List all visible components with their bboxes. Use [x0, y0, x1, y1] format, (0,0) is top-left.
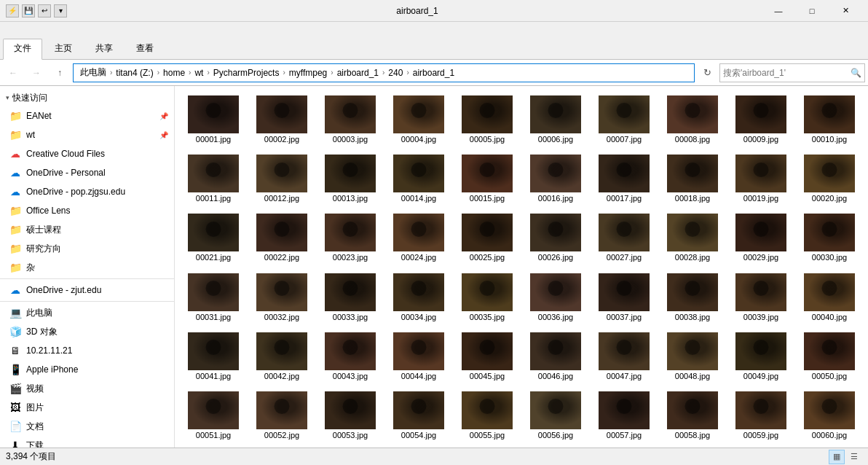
file-item[interactable]: 00026.jpg [523, 210, 588, 266]
file-item[interactable]: 00018.jpg [660, 151, 725, 207]
sidebar-item-videos[interactable]: 🎬 视频 [0, 379, 174, 398]
file-item[interactable]: 00046.jpg [523, 329, 588, 385]
breadcrumb-myffmpeg[interactable]: myffmpeg [287, 67, 329, 79]
file-item[interactable]: 00007.jpg [591, 92, 657, 148]
file-item[interactable]: 00052.jpg [249, 388, 315, 444]
sidebar-item-office-lens[interactable]: 📁 Office Lens [0, 201, 174, 220]
sidebar-item-pictures[interactable]: 🖼 图片 [0, 398, 174, 417]
breadcrumb-current[interactable]: airboard_1 [411, 67, 457, 79]
file-item[interactable]: 00038.jpg [660, 270, 725, 326]
file-item[interactable]: 00057.jpg [591, 388, 657, 444]
tab-share[interactable]: 共享 [84, 39, 124, 59]
file-item[interactable]: 00003.jpg [317, 92, 383, 148]
file-item[interactable]: 00028.jpg [660, 210, 725, 266]
file-item[interactable]: 00032.jpg [249, 270, 315, 326]
file-item[interactable]: 00070.jpg [797, 447, 862, 448]
file-item[interactable]: 00066.jpg [523, 447, 588, 448]
sidebar-item-creative-cloud[interactable]: ☁ Creative Cloud Files [0, 144, 174, 163]
file-item[interactable]: 00067.jpg [591, 447, 657, 448]
file-item[interactable]: 00008.jpg [660, 92, 725, 148]
file-item[interactable]: 00037.jpg [591, 270, 657, 326]
file-item[interactable]: 00016.jpg [523, 151, 588, 207]
file-item[interactable]: 00015.jpg [454, 151, 520, 207]
file-item[interactable]: 00025.jpg [454, 210, 520, 266]
breadcrumb-wt[interactable]: wt [192, 67, 205, 79]
file-item[interactable]: 00054.jpg [386, 388, 451, 444]
file-item[interactable]: 00023.jpg [317, 210, 383, 266]
file-item[interactable]: 00042.jpg [249, 329, 315, 385]
breadcrumb-240[interactable]: 240 [386, 67, 405, 79]
file-item[interactable]: 00065.jpg [454, 447, 520, 448]
file-item[interactable]: 00010.jpg [797, 92, 862, 148]
file-item[interactable]: 00035.jpg [454, 270, 520, 326]
file-item[interactable]: 00002.jpg [249, 92, 315, 148]
sidebar-item-eanet[interactable]: 📁 EANet 📌 [0, 106, 174, 125]
file-item[interactable]: 00024.jpg [386, 210, 451, 266]
address-box[interactable]: 此电脑 › titan4 (Z:) › home › wt › PycharmP… [73, 63, 695, 82]
file-item[interactable]: 00069.jpg [728, 447, 794, 448]
file-item[interactable]: 00051.jpg [181, 388, 246, 444]
dropdown-icon[interactable]: ▾ [54, 4, 67, 17]
sidebar-item-3d[interactable]: 🧊 3D 对象 [0, 322, 174, 341]
file-item[interactable]: 00041.jpg [181, 329, 246, 385]
file-item[interactable]: 00055.jpg [454, 388, 520, 444]
sidebar-item-downloads[interactable]: ⬇ 下载 [0, 436, 174, 448]
file-item[interactable]: 00064.jpg [386, 447, 451, 448]
file-item[interactable]: 00050.jpg [797, 329, 862, 385]
file-item[interactable]: 00056.jpg [523, 388, 588, 444]
file-item[interactable]: 00027.jpg [591, 210, 657, 266]
file-item[interactable]: 00049.jpg [728, 329, 794, 385]
close-button[interactable]: ✕ [829, 0, 862, 22]
grid-view-button[interactable]: ▦ [829, 450, 845, 464]
breadcrumb-pc[interactable]: 此电脑 [78, 66, 108, 79]
sidebar-item-iphone[interactable]: 📱 Apple iPhone [0, 360, 174, 379]
sidebar-item-onedrive-personal[interactable]: ☁ OneDrive - Personal [0, 163, 174, 182]
breadcrumb-projects[interactable]: PycharmProjects [211, 67, 282, 79]
file-item[interactable]: 00062.jpg [249, 447, 315, 448]
file-item[interactable]: 00059.jpg [728, 388, 794, 444]
file-item[interactable]: 00020.jpg [797, 151, 862, 207]
save-icon[interactable]: 💾 [22, 4, 35, 17]
quick-access-header[interactable]: ▾ 快速访问 [0, 89, 174, 106]
forward-button[interactable]: → [26, 63, 47, 83]
breadcrumb-home[interactable]: home [161, 67, 187, 79]
file-item[interactable]: 00012.jpg [249, 151, 315, 207]
file-item[interactable]: 00001.jpg [181, 92, 246, 148]
tab-file[interactable]: 文件 [3, 39, 42, 60]
breadcrumb-airboard1[interactable]: airboard_1 [335, 67, 381, 79]
file-item[interactable]: 00017.jpg [591, 151, 657, 207]
search-box[interactable]: 🔍 [719, 63, 865, 82]
file-item[interactable]: 00063.jpg [317, 447, 383, 448]
file-item[interactable]: 00031.jpg [181, 270, 246, 326]
file-item[interactable]: 00004.jpg [386, 92, 451, 148]
file-item[interactable]: 00005.jpg [454, 92, 520, 148]
sidebar-item-research[interactable]: 📁 研究方向 [0, 239, 174, 258]
file-item[interactable]: 00022.jpg [249, 210, 315, 266]
file-item[interactable]: 00006.jpg [523, 92, 588, 148]
file-item[interactable]: 00040.jpg [797, 270, 862, 326]
file-item[interactable]: 00045.jpg [454, 329, 520, 385]
sidebar-item-master-course[interactable]: 📁 硕士课程 [0, 220, 174, 239]
breadcrumb-drive[interactable]: titan4 (Z:) [114, 67, 155, 79]
sidebar-item-misc[interactable]: 📁 杂 [0, 258, 174, 277]
file-item[interactable]: 00029.jpg [728, 210, 794, 266]
file-item[interactable]: 00036.jpg [523, 270, 588, 326]
file-item[interactable]: 00044.jpg [386, 329, 451, 385]
undo-icon[interactable]: ↩ [38, 4, 51, 17]
sidebar-item-documents[interactable]: 📄 文档 [0, 417, 174, 436]
minimize-button[interactable]: — [762, 0, 795, 22]
refresh-button[interactable]: ↻ [698, 63, 717, 82]
file-item[interactable]: 00009.jpg [728, 92, 794, 148]
sidebar-item-wt[interactable]: 📁 wt 📌 [0, 125, 174, 144]
file-item[interactable]: 00013.jpg [317, 151, 383, 207]
tab-view[interactable]: 查看 [125, 39, 165, 59]
file-item[interactable]: 00058.jpg [660, 388, 725, 444]
file-item[interactable]: 00048.jpg [660, 329, 725, 385]
sidebar-item-network[interactable]: 🖥 10.21.11.21 [0, 341, 174, 360]
file-item[interactable]: 00061.jpg [181, 447, 246, 448]
tab-home[interactable]: 主页 [44, 39, 83, 59]
up-button[interactable]: ↑ [50, 63, 70, 83]
file-item[interactable]: 00060.jpg [797, 388, 862, 444]
sidebar-item-onedrive-zjut[interactable]: ☁ OneDrive - zjut.edu [0, 281, 174, 300]
pin-icon[interactable]: 📌 [159, 131, 168, 139]
